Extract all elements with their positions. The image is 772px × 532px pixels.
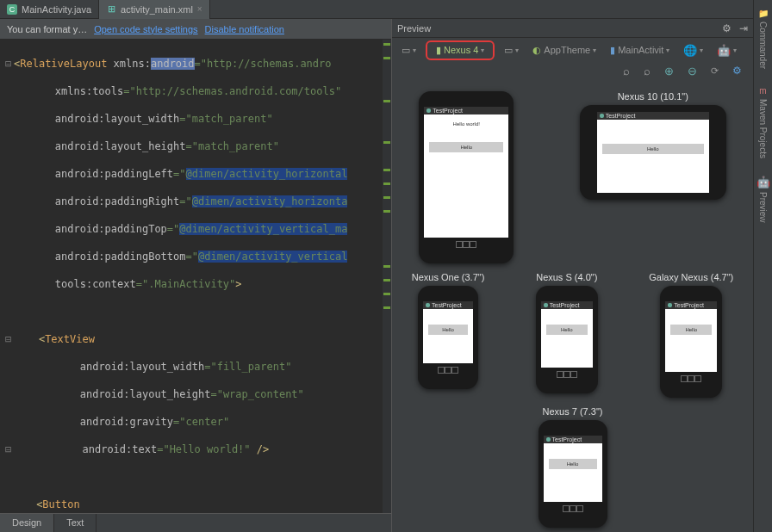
device-label: Nexus One (3.7"): [412, 272, 485, 282]
android-icon: 🤖: [756, 176, 770, 189]
device-preview[interactable]: Nexus 7 (7.3")TestProjectHello: [539, 406, 607, 528]
right-tool-rail: 📁 Commander m Maven Projects 🤖 Preview: [753, 0, 772, 532]
device-label: Nexus 10 (10.1"): [618, 91, 688, 102]
notification-text: You can format y…: [7, 24, 87, 34]
config-dropdown[interactable]: ▭▾: [397, 43, 420, 58]
editor-mode-tabs: Design Text: [0, 513, 391, 532]
tab-main-activity[interactable]: C MainActivity.java: [0, 0, 99, 19]
open-code-style-link[interactable]: Open code style settings: [94, 24, 197, 34]
preview-toolbar: ▭▾ ▮ Nexus 4 ▾ ▭▾ ◐ AppTheme ▾ ▮ MainAct…: [392, 38, 753, 62]
editor-tabs-bar: C MainActivity.java ⊞ activity_main.xml …: [0, 0, 753, 19]
zoom-in-icon[interactable]: ⊕: [660, 64, 678, 77]
preview-canvas: TestProjectHello world!HelloNexus 10 (10…: [392, 83, 753, 532]
device-preview[interactable]: Nexus One (3.7")TestProjectHello: [412, 272, 485, 398]
preview-pane: Preview ⚙ ⇥ ▭▾ ▮ Nexus 4 ▾ ▭▾ ◐ AppTheme…: [392, 19, 753, 532]
device-preview[interactable]: Nexus 10 (10.1")TestProjectHello: [580, 91, 726, 263]
theme-icon: ◐: [532, 45, 541, 56]
maven-tool-button[interactable]: m Maven Projects: [758, 86, 768, 158]
theme-selector[interactable]: ◐ AppTheme ▾: [528, 43, 601, 58]
close-icon[interactable]: ×: [197, 4, 202, 14]
zoom-actual-icon[interactable]: ⌕: [639, 64, 655, 77]
tab-activity-main-xml[interactable]: ⊞ activity_main.xml ×: [99, 0, 210, 19]
preview-zoom-toolbar: ⌕ ⌕ ⊕ ⊖ ⟳ ⚙: [392, 62, 753, 83]
preview-header: Preview ⚙ ⇥: [392, 19, 753, 38]
device-label: Nexus S (4.0"): [536, 272, 597, 282]
disable-notification-link[interactable]: Disable notification: [205, 24, 284, 34]
device-label: Nexus 7 (7.3"): [543, 406, 603, 417]
device-preview[interactable]: Nexus S (4.0")TestProjectHello: [536, 272, 598, 398]
minimize-icon[interactable]: ⇥: [739, 22, 748, 34]
api-selector[interactable]: 🤖▾: [713, 42, 741, 59]
locale-selector[interactable]: 🌐▾: [679, 42, 707, 59]
device-label: Galaxy Nexus (4.7"): [649, 272, 733, 282]
zoom-out-icon[interactable]: ⊖: [683, 64, 701, 77]
java-class-icon: C: [7, 4, 17, 15]
device-preview[interactable]: Galaxy Nexus (4.7")TestProjectHello: [649, 272, 733, 398]
marker-gutter: [383, 40, 391, 513]
editor-pane: You can format y… Open code style settin…: [0, 19, 392, 532]
notification-bar: You can format y… Open code style settin…: [0, 19, 391, 40]
preview-tool-button[interactable]: 🤖 Preview: [756, 176, 770, 223]
device-preview[interactable]: TestProjectHello world!Hello: [419, 91, 514, 263]
preview-title: Preview: [397, 23, 431, 34]
commander-tool-button[interactable]: 📁 Commander: [758, 9, 769, 69]
design-tab[interactable]: Design: [0, 514, 54, 532]
refresh-icon[interactable]: ⟳: [707, 64, 723, 77]
device-selector[interactable]: ▮ Nexus 4 ▾: [426, 40, 495, 60]
commander-icon: 📁: [758, 9, 769, 18]
maven-icon: m: [759, 86, 766, 96]
zoom-fit-icon[interactable]: ⌕: [619, 64, 634, 77]
device-icon: ▮: [436, 45, 441, 56]
activity-icon: ▮: [610, 45, 615, 56]
layout-xml-icon: ⊞: [106, 4, 116, 15]
text-tab[interactable]: Text: [54, 514, 96, 532]
xml-code-editor[interactable]: ⊟<RelativeLayout xmlns:android="http://s…: [0, 40, 391, 513]
tab-label: MainActivity.java: [22, 4, 91, 15]
gear-icon[interactable]: ⚙: [722, 22, 732, 34]
activity-selector[interactable]: ▮ MainActivit ▾: [606, 43, 674, 58]
tab-label: activity_main.xml: [121, 4, 193, 15]
orientation-dropdown[interactable]: ▭▾: [500, 43, 523, 58]
settings-icon[interactable]: ⚙: [728, 64, 746, 77]
